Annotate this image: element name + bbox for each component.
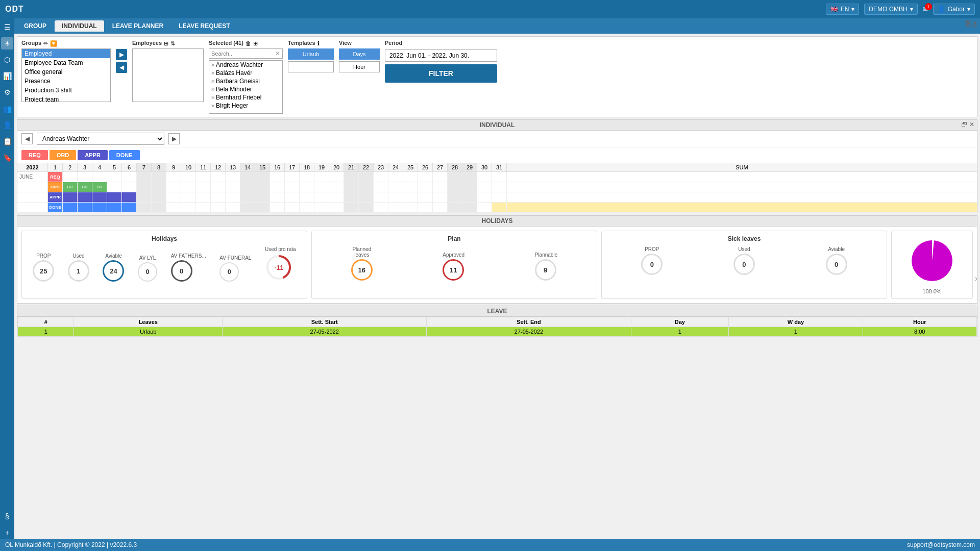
cal-cell-appr-20	[329, 192, 344, 202]
cal-cell-req-8	[152, 172, 166, 182]
holidays-card: Holidays PROP 25 Used 1 Aviable 24	[21, 231, 307, 299]
list-item: ✕Barbara Gneissl	[209, 77, 282, 85]
group-item-presence[interactable]: Presence	[22, 77, 110, 86]
remove-item-btn[interactable]: ✕	[211, 62, 215, 68]
person-dropdown[interactable]: Andreas Wachter	[37, 133, 164, 145]
group-item-employed[interactable]: Employed	[22, 49, 110, 58]
period-input[interactable]	[385, 49, 497, 62]
status-tab-appr[interactable]: APPR	[78, 150, 108, 160]
search-clear-icon[interactable]: ✕	[275, 50, 280, 57]
table-row[interactable]: 1 Urlaub 27-05-2022 27-05-2022 1 1 8:00	[18, 327, 977, 337]
sidebar-item-menu[interactable]: ☰	[1, 21, 13, 33]
sidebar-item-hex[interactable]: ⬡	[1, 54, 13, 66]
individual-close-btn[interactable]: ✕	[969, 121, 974, 128]
used-label: Used	[68, 253, 89, 259]
cell-num: 1	[18, 327, 74, 337]
tab-leave-planner[interactable]: LEAVE PLANNER	[105, 20, 170, 32]
next-person-btn[interactable]: ▶	[168, 133, 180, 144]
language-selector[interactable]: 🇬🇧 EN ▾	[826, 4, 860, 15]
sidebar-item-groups[interactable]: 👥	[1, 103, 13, 115]
templates-info-icon[interactable]: ℹ	[317, 40, 320, 47]
cell-end: 27-05-2022	[427, 327, 631, 337]
employees-list[interactable]	[132, 48, 204, 102]
view-days-btn[interactable]: Days	[339, 48, 380, 60]
search-box[interactable]: ✕	[209, 48, 283, 59]
status-tab-done[interactable]: DONE	[109, 150, 140, 160]
groups-edit-icon[interactable]: ✏	[43, 40, 48, 47]
tab-individual[interactable]: INDIVIDUAL	[55, 20, 104, 32]
year-cell: 2022	[17, 163, 48, 171]
transfer-buttons: ▶ ◀	[116, 49, 127, 73]
sidebar-item-user[interactable]: 👤	[1, 119, 13, 131]
cal-cell-appr-22	[359, 192, 374, 202]
user-menu[interactable]: 👤 Gábor ▾	[933, 4, 975, 15]
sick-used: Used 0	[733, 246, 755, 275]
view-hour-btn[interactable]: Hour	[339, 61, 380, 72]
cal-cell-req-23	[374, 172, 388, 182]
sidebar-item-paragraph[interactable]: §	[1, 510, 13, 522]
pro-rata-gauge: -11	[265, 254, 293, 282]
cal-cell-ord-13	[226, 182, 240, 192]
group-item-employee-data[interactable]: Employee Data Team	[22, 58, 110, 67]
remove-item-btn[interactable]: ✕	[211, 103, 215, 109]
individual-restore-btn[interactable]: 🗗	[961, 121, 967, 128]
remove-item-btn[interactable]: ✕	[211, 70, 215, 76]
sick-card-title: Sick leaves	[606, 235, 883, 242]
template-urlaub-btn[interactable]: Urlaub	[288, 48, 334, 60]
cal-cell-ord-16	[270, 182, 285, 192]
prev-person-btn[interactable]: ◀	[21, 133, 33, 144]
leave-close-btn[interactable]: ✕	[972, 19, 977, 27]
remove-item-btn[interactable]: ✕	[211, 95, 215, 101]
employees-expand-icon[interactable]: ⊞	[164, 40, 168, 47]
sidebar-item-chart[interactable]: 📊	[1, 70, 13, 82]
company-selector[interactable]: DEMO GMBH ▾	[864, 4, 917, 15]
remove-item-btn[interactable]: ✕	[211, 87, 215, 92]
sidebar-item-add[interactable]: +	[1, 527, 13, 539]
cell-day: 1	[631, 327, 729, 337]
cal-cell-appr-12	[211, 192, 226, 202]
group-item-project[interactable]: Project team	[22, 95, 110, 102]
row-label-june: JUNE	[17, 172, 48, 182]
group-item-office[interactable]: Office general	[22, 67, 110, 77]
cal-cell-appr-5	[107, 192, 122, 202]
employees-sort-icon[interactable]: ⇅	[170, 40, 175, 47]
selected-delete-icon[interactable]: 🗑	[246, 40, 251, 46]
template-empty-btn[interactable]	[288, 61, 334, 72]
leave-restore-btn[interactable]: 🗗	[964, 19, 970, 27]
groups-filter-icon[interactable]: 🔽	[50, 40, 57, 47]
pie-expand-btn[interactable]: ›	[975, 274, 977, 283]
cal-cell-ord-7	[137, 182, 152, 192]
sidebar-item-settings[interactable]: ⚙	[1, 86, 13, 98]
remove-item-btn[interactable]: ✕	[211, 79, 215, 84]
status-tab-req[interactable]: REQ	[21, 150, 48, 160]
cal-cell-req-11	[196, 172, 211, 182]
selected-list[interactable]: ✕Andreas Wachter ✕Balázs Havér ✕Barbara …	[209, 60, 283, 114]
day-cell-15: 15	[255, 163, 270, 171]
sidebar-item-clipboard[interactable]: 📋	[1, 135, 13, 147]
search-input[interactable]	[211, 51, 274, 57]
selected-label: Selected (41)	[209, 40, 243, 46]
cal-cell-ord-21	[344, 182, 359, 192]
used-pro-rata-label: Used pro rata	[265, 246, 296, 252]
day-cell-11: 11	[196, 163, 211, 171]
day-cell-1: 1	[48, 163, 63, 171]
day-cell-6: 6	[122, 163, 137, 171]
topbar: ODT 🇬🇧 EN ▾ DEMO GMBH ▾ ✉ 1 👤 Gábor ▾	[0, 0, 980, 18]
status-tab-ord[interactable]: ORD	[50, 150, 76, 160]
tab-group[interactable]: GROUP	[17, 20, 54, 32]
notifications-button[interactable]: ✉ 1	[923, 6, 928, 13]
tab-leave-request[interactable]: LEAVE REQUEST	[172, 20, 237, 32]
holidays-metrics: PROP 25 Used 1 Aviable 24 AV LYL	[26, 246, 303, 282]
groups-list[interactable]: Employed Employee Data Team Office gener…	[21, 48, 111, 102]
day-cell-31: 31	[492, 163, 507, 171]
selected-options-icon[interactable]: ⊞	[253, 40, 258, 47]
sidebar-item-sun[interactable]: ☀	[1, 37, 13, 49]
cal-cell-ord-3: UR	[78, 182, 92, 192]
move-right-btn[interactable]: ▶	[116, 49, 127, 60]
group-item-production[interactable]: Production 3 shift	[22, 86, 110, 95]
move-left-btn[interactable]: ◀	[116, 62, 127, 73]
cal-cell-ord-8	[152, 182, 166, 192]
sidebar-item-bookmark[interactable]: 🔖	[1, 152, 13, 164]
filter-button[interactable]: FILTER	[385, 64, 497, 83]
chevron-down-icon: ▾	[910, 6, 913, 13]
